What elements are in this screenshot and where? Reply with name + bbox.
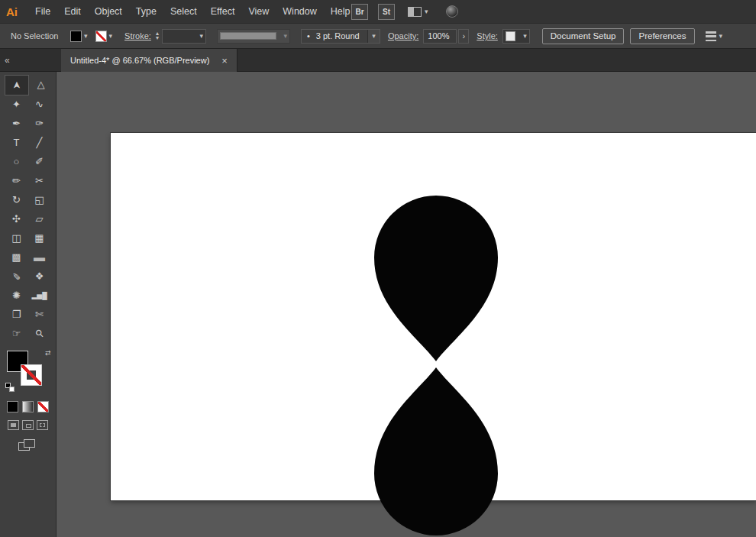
menu-edit[interactable]: Edit [57, 6, 88, 17]
menu-window[interactable]: Window [276, 6, 323, 17]
menu-object[interactable]: Object [88, 6, 129, 17]
type-tool[interactable]: T [5, 133, 28, 152]
ellipse-tool-icon: ○ [14, 156, 20, 167]
cs-live-icon[interactable] [446, 5, 458, 18]
stroke-color-control[interactable]: ▾ [95, 31, 113, 42]
mesh-tool[interactable]: ▩ [5, 247, 28, 267]
menubar: Ai File Edit Object Type Select Effect V… [0, 0, 756, 23]
eyedropper-tool-icon: ✎ [12, 270, 21, 282]
shape-builder-tool[interactable]: ◫ [5, 228, 28, 247]
stroke-weight-combobox[interactable]: ▾ [162, 29, 206, 44]
color-button[interactable] [7, 401, 18, 412]
fill-swatch [70, 31, 82, 42]
preferences-button[interactable]: Preferences [630, 28, 694, 44]
control-panel-align-menu[interactable]: ▾ [706, 31, 723, 41]
stroke-none-swatch [95, 31, 107, 42]
document-setup-button[interactable]: Document Setup [542, 28, 625, 44]
menu-select[interactable]: Select [163, 6, 204, 17]
column-graph-tool[interactable]: ▂▅█ [28, 286, 51, 305]
zoom-tool[interactable]: ⚲ [28, 324, 51, 343]
selection-status: No Selection [11, 31, 64, 40]
canvas[interactable] [57, 72, 756, 537]
scissors-tool-icon: ✂ [35, 175, 44, 186]
control-bar: No Selection ▾ ▾ Stroke: ▴ ▾ ▾ ▾ • 3 pt.… [0, 23, 756, 49]
pencil-tool[interactable]: ✏ [5, 171, 28, 190]
lasso-tool-icon: ∿ [35, 99, 44, 110]
style-label[interactable]: Style: [477, 31, 498, 40]
artboard-tool[interactable]: ❐ [5, 305, 28, 324]
document-tab-title: Untitled-4* @ 66.67% (RGB/Preview) [70, 56, 209, 65]
blend-tool[interactable]: ❖ [28, 267, 51, 286]
magic-wand-tool[interactable]: ✦ [5, 95, 28, 114]
stroke-color-swatch[interactable] [21, 364, 42, 386]
perspective-grid-tool[interactable]: ▦ [28, 228, 51, 247]
free-transform-tool-icon: ▱ [36, 213, 44, 225]
screen-mode-button[interactable] [18, 439, 37, 452]
line-segment-tool-icon: ╱ [37, 137, 43, 148]
fill-color-control[interactable]: ▾ [70, 31, 88, 42]
brush-caret-box[interactable]: ▾ [367, 30, 380, 43]
hand-tool[interactable]: ☞ [5, 324, 28, 343]
width-profile-dropdown[interactable]: ▾ [217, 29, 290, 44]
mesh-tool-icon: ▩ [11, 251, 21, 263]
default-fill-stroke-icon[interactable] [5, 383, 15, 392]
gradient-button[interactable] [22, 401, 34, 412]
direct-selection-tool-icon: ▷ [34, 82, 45, 89]
pen-tool[interactable]: ✒ [5, 114, 28, 133]
teardrop-bottom-shape[interactable] [374, 367, 498, 535]
shape-builder-tool-icon: ◫ [11, 232, 21, 244]
opacity-label[interactable]: Opacity: [388, 31, 418, 40]
paintbrush-tool-icon: ✐ [35, 156, 44, 167]
draw-normal-button[interactable] [8, 420, 19, 430]
teardrop-top-shape[interactable] [374, 196, 498, 361]
stock-button[interactable]: St [378, 4, 395, 20]
curvature-tool[interactable]: ✑ [28, 114, 51, 133]
perspective-grid-tool-icon: ▦ [34, 232, 44, 244]
type-tool-icon: T [14, 137, 20, 148]
collapse-panels-icon[interactable]: « [5, 49, 10, 71]
none-button[interactable] [37, 401, 49, 412]
paintbrush-tool[interactable]: ✐ [28, 152, 51, 171]
menu-effect[interactable]: Effect [204, 6, 242, 17]
brush-definition-dropdown[interactable]: • 3 pt. Round ▾ [301, 29, 380, 44]
width-tool-icon: ✣ [12, 213, 21, 225]
lasso-tool[interactable]: ∿ [28, 95, 51, 114]
scissors-tool[interactable]: ✂ [28, 171, 51, 190]
selection-tool[interactable]: ➤ [5, 76, 28, 95]
chevron-down-icon: ▾ [109, 32, 113, 40]
style-dropdown[interactable]: ▾ [502, 29, 530, 44]
workspace-switcher[interactable]: ▾ [408, 7, 428, 17]
free-transform-tool[interactable]: ▱ [28, 209, 51, 228]
bridge-button[interactable]: Br [351, 4, 368, 20]
rotate-tool[interactable]: ↻ [5, 190, 28, 209]
gradient-tool[interactable]: ▬ [28, 247, 51, 267]
column-graph-tool-icon: ▂▅█ [31, 292, 47, 299]
align-icon [706, 31, 716, 41]
opacity-input[interactable]: 100% [423, 29, 457, 44]
stroke-weight-label[interactable]: Stroke: [124, 31, 151, 40]
stroke-weight-stepper[interactable]: ▴ ▾ [156, 31, 159, 40]
scale-tool-icon: ◱ [34, 194, 44, 205]
swap-fill-stroke-icon[interactable]: ⇄ [45, 349, 51, 357]
slice-tool[interactable]: ✄ [28, 305, 51, 324]
slice-tool-icon: ✄ [35, 309, 44, 320]
opacity-panel-arrow[interactable]: › [458, 29, 469, 44]
direct-selection-tool[interactable]: ▷ [28, 76, 51, 95]
eyedropper-tool[interactable]: ✎ [5, 267, 28, 286]
stepper-down-icon[interactable]: ▾ [156, 36, 159, 40]
draw-inside-button[interactable] [37, 420, 48, 430]
ellipse-tool[interactable]: ○ [5, 152, 28, 171]
draw-behind-button[interactable] [22, 420, 34, 430]
menubar-right-cluster: Br St ▾ [351, 0, 458, 23]
tab-close-icon[interactable]: × [221, 55, 228, 66]
document-tab[interactable]: Untitled-4* @ 66.67% (RGB/Preview) × [61, 49, 237, 72]
scale-tool[interactable]: ◱ [28, 190, 51, 209]
menu-view[interactable]: View [241, 6, 276, 17]
menu-type[interactable]: Type [129, 6, 163, 17]
menu-file[interactable]: File [28, 6, 57, 17]
artwork-layer [57, 72, 756, 537]
width-profile-preview [220, 32, 276, 40]
line-segment-tool[interactable]: ╱ [28, 133, 51, 152]
width-tool[interactable]: ✣ [5, 209, 28, 228]
symbol-sprayer-tool[interactable]: ✺ [5, 286, 28, 305]
